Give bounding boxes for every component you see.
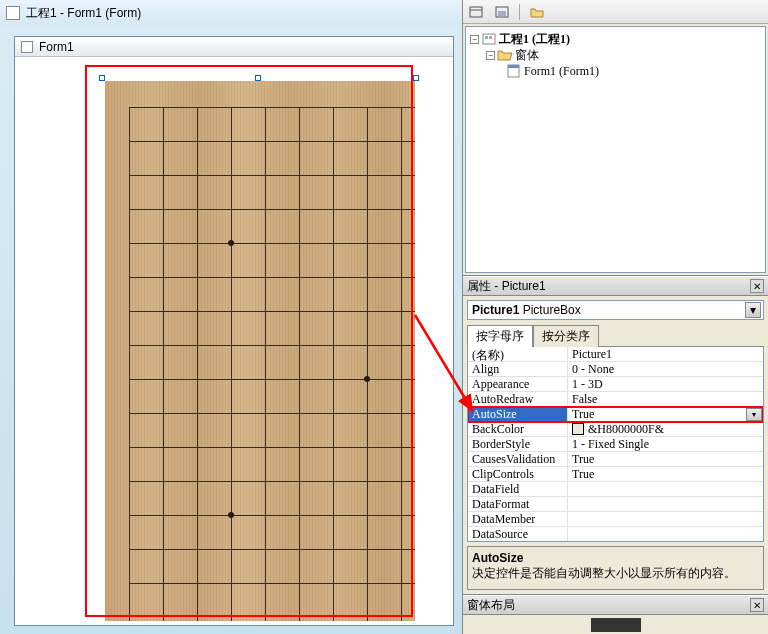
property-description: AutoSize 决定控件是否能自动调整大小以显示所有的内容。	[467, 546, 764, 590]
prop-row-autoredraw: AutoRedrawFalse	[468, 392, 763, 407]
view-object-icon[interactable]	[493, 4, 511, 20]
tree-node-form1[interactable]: Form1 (Form1)	[470, 63, 761, 79]
form-designer-area: 工程1 - Form1 (Form) Form1	[0, 0, 462, 634]
tree-form1-label: Form1 (Form1)	[524, 64, 599, 79]
svg-rect-9	[591, 618, 641, 632]
svg-rect-3	[498, 11, 506, 16]
go-board-grid	[129, 107, 415, 621]
right-dock: − 工程1 (工程1) − 窗体 Form1 (Form1) 属性 - Pict…	[462, 0, 768, 634]
project-tree[interactable]: − 工程1 (工程1) − 窗体 Form1 (Form1)	[465, 26, 766, 273]
selector-object-name: Picture1	[472, 303, 519, 317]
folder-open-icon	[497, 48, 513, 62]
prop-row-datamember: DataMember	[468, 512, 763, 527]
project-explorer-panel: − 工程1 (工程1) − 窗体 Form1 (Form1)	[463, 0, 768, 276]
form-titlebar: Form1	[15, 37, 453, 57]
prop-row-causesvalidation: CausesValidationTrue	[468, 452, 763, 467]
project-explorer-toolbar	[463, 0, 768, 24]
form-designer-canvas[interactable]: Form1	[14, 36, 454, 626]
form-icon	[6, 6, 20, 20]
svg-rect-6	[489, 36, 492, 39]
property-desc-text: 决定控件是否能自动调整大小以显示所有的内容。	[472, 565, 759, 582]
prop-row-datafield: DataField	[468, 482, 763, 497]
prop-row-datasource: DataSource	[468, 527, 763, 542]
close-icon[interactable]: ✕	[750, 598, 764, 612]
svg-rect-0	[470, 7, 482, 17]
properties-panel: 属性 - Picture1 ✕ Picture1 PictureBox ▾ 按字…	[463, 276, 768, 594]
mdi-title-bar: 工程1 - Form1 (Form)	[0, 0, 462, 26]
form-layout-panel: 窗体布局 ✕	[463, 594, 768, 634]
svg-rect-8	[508, 65, 519, 68]
object-selector[interactable]: Picture1 PictureBox ▾	[467, 300, 764, 320]
property-desc-name: AutoSize	[472, 551, 759, 565]
form-titlebar-icon	[21, 41, 33, 53]
form-body-grid[interactable]	[15, 57, 453, 625]
property-sort-tabs: 按字母序 按分类序	[467, 324, 764, 347]
tree-node-forms-folder[interactable]: − 窗体	[470, 47, 761, 63]
tab-categorized[interactable]: 按分类序	[533, 325, 599, 347]
picturebox-go-board[interactable]	[105, 81, 415, 621]
prop-row-clipcontrols: ClipControlsTrue	[468, 467, 763, 482]
mdi-title-text: 工程1 - Form1 (Form)	[26, 5, 141, 22]
form-caption: Form1	[39, 40, 74, 54]
view-code-icon[interactable]	[467, 4, 485, 20]
color-swatch-icon	[572, 423, 584, 435]
tab-alphabetic[interactable]: 按字母序	[467, 325, 533, 347]
prop-row-borderstyle: BorderStyle1 - Fixed Single	[468, 437, 763, 452]
property-grid[interactable]: (名称)Picture1 Align0 - None Appearance1 -…	[467, 347, 764, 542]
project-icon	[481, 32, 497, 46]
prop-row-backcolor: BackColor&H8000000F&	[468, 422, 763, 437]
prop-row-dataformat: DataFormat	[468, 497, 763, 512]
chevron-down-icon[interactable]: ▾	[745, 302, 761, 318]
dropdown-icon[interactable]: ▾	[746, 408, 762, 421]
close-icon[interactable]: ✕	[750, 279, 764, 293]
toggle-folders-icon[interactable]	[528, 4, 546, 20]
tree-forms-label: 窗体	[515, 47, 539, 64]
layout-preview[interactable]	[463, 615, 768, 634]
properties-title-text: 属性 - Picture1	[467, 278, 546, 295]
form-file-icon	[506, 64, 522, 78]
svg-rect-5	[485, 36, 488, 39]
prop-row-name: (名称)Picture1	[468, 347, 763, 362]
prop-row-align: Align0 - None	[468, 362, 763, 377]
properties-title-bar: 属性 - Picture1 ✕	[463, 276, 768, 296]
tree-project-label: 工程1 (工程1)	[499, 31, 570, 48]
selector-object-type: PictureBox	[523, 303, 581, 317]
layout-title-text: 窗体布局	[467, 597, 515, 614]
prop-row-appearance: Appearance1 - 3D	[468, 377, 763, 392]
tree-collapse-icon[interactable]: −	[486, 51, 495, 60]
tree-node-project[interactable]: − 工程1 (工程1)	[470, 31, 761, 47]
tree-collapse-icon[interactable]: −	[470, 35, 479, 44]
prop-row-autosize: AutoSizeTrue▾	[468, 407, 763, 422]
layout-title-bar: 窗体布局 ✕	[463, 595, 768, 615]
